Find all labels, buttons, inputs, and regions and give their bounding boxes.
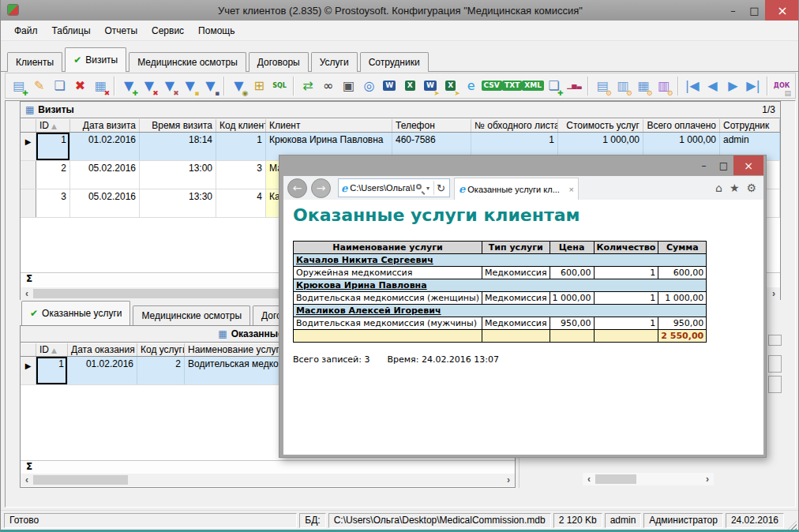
export-word-open-button[interactable]: W➤ — [420, 76, 441, 96]
close-button[interactable]: × — [765, 0, 799, 21]
scroll-thumb[interactable] — [595, 474, 636, 484]
tab-0[interactable]: Клиенты — [7, 52, 62, 72]
row-marker-cell[interactable] — [21, 161, 36, 189]
export-csv-button[interactable]: CSV — [482, 76, 502, 96]
table-cell[interactable]: 05.02.2016 — [70, 161, 140, 189]
row-marker-cell[interactable]: ▶ — [21, 357, 36, 384]
column-header[interactable]: Стоимость услуг — [558, 119, 643, 132]
nav-first-button[interactable]: |◀ — [682, 76, 703, 96]
table-cell[interactable]: 2 — [137, 357, 185, 384]
address-bar[interactable]: e C:\Users\Ольга\Documents\Уч ▾ ↻ — [338, 178, 450, 197]
side-panel-hscrollbar[interactable]: ‹ › — [583, 473, 714, 485]
star-icon[interactable]: ★ — [730, 182, 740, 194]
column-header[interactable]: Всего оплачено — [643, 119, 720, 132]
column-header[interactable] — [21, 343, 36, 356]
export-excel-button[interactable]: X — [400, 76, 420, 96]
dok-report-button[interactable]: ДОК▤ — [771, 76, 792, 96]
table-cell[interactable]: 01.02.2016 — [68, 357, 137, 384]
report-settings-button[interactable]: ▥⚙ — [613, 76, 633, 96]
maximize-button[interactable]: □ — [744, 0, 765, 21]
menu-item-4[interactable]: Помощь — [191, 22, 242, 39]
minimize-button[interactable]: – — [722, 0, 744, 21]
tab-close-icon[interactable]: × — [569, 185, 574, 194]
chevron-down-icon[interactable]: ▾ — [426, 185, 430, 192]
tab-1[interactable]: ✔Визиты — [65, 47, 126, 72]
popup-minimize-button[interactable]: – — [694, 155, 714, 175]
scroll-left-icon[interactable]: ‹ — [583, 474, 595, 485]
column-header[interactable]: Код услуги — [137, 343, 185, 356]
delete-record-button[interactable]: ✖ — [70, 76, 91, 96]
tab-2[interactable]: Медицинские осмотры — [129, 52, 246, 72]
scroll-thumb[interactable] — [33, 475, 128, 485]
scroll-left-icon[interactable]: ‹ — [21, 474, 33, 485]
export-html-button[interactable]: e — [461, 76, 482, 96]
scroll-right-icon[interactable]: › — [701, 474, 714, 485]
filter-open-button[interactable]: ▼▪ — [180, 76, 201, 96]
column-header[interactable]: Клиент — [266, 119, 392, 132]
preview-button[interactable]: ◎ — [359, 76, 380, 96]
table-cell[interactable]: 3 — [216, 161, 266, 189]
column-header[interactable]: ID▲ — [36, 119, 70, 132]
refresh-button[interactable]: ⇄ — [298, 76, 318, 96]
delete-all-records-button[interactable]: ▦✖ — [90, 76, 111, 96]
filter-save-button[interactable]: ▼▪ — [201, 76, 221, 96]
address-text[interactable]: C:\Users\Ольга\Documents\Уч — [350, 183, 415, 193]
copy-record-button[interactable]: ❏ — [50, 76, 70, 96]
scroll-right-icon[interactable]: › — [502, 474, 515, 485]
column-header[interactable]: ID▲ — [36, 343, 68, 356]
print-button[interactable]: ▣ — [339, 76, 359, 96]
export-xml-button[interactable]: XML — [523, 76, 544, 96]
back-icon[interactable]: ← — [287, 178, 307, 198]
add-record-button[interactable]: ▤✚ — [9, 76, 29, 96]
search-icon[interactable] — [416, 184, 422, 189]
column-header[interactable]: Телефон — [392, 119, 471, 132]
table-settings-button[interactable]: ▦⚙ — [633, 76, 654, 96]
table-cell[interactable]: 4 — [216, 189, 266, 217]
services-hscrollbar[interactable]: ‹ › — [21, 474, 515, 486]
menu-item-3[interactable]: Сервис — [144, 22, 191, 39]
table-cell[interactable]: 01.02.2016 — [70, 133, 140, 160]
column-header[interactable]: Сотрудник — [720, 119, 780, 132]
nav-prev-button[interactable]: ◀ — [703, 76, 723, 96]
column-header[interactable]: Дата оказания — [68, 343, 137, 356]
column-header[interactable] — [21, 119, 36, 132]
popup-close-button[interactable]: × — [733, 155, 763, 175]
side-button[interactable] — [768, 376, 782, 393]
row-marker-cell[interactable] — [21, 189, 36, 217]
home-icon[interactable]: ⌂ — [715, 182, 722, 194]
column-header[interactable]: Время визита — [140, 119, 216, 132]
filter-clear-button[interactable]: ▼✖ — [159, 76, 180, 96]
browser-tab[interactable]: e Оказанные услуги кл... × — [454, 178, 579, 200]
search-button[interactable]: ∞ — [318, 76, 339, 96]
side-button[interactable] — [768, 355, 782, 373]
export-all-button[interactable]: ❏✚ — [544, 76, 565, 96]
tab-5[interactable]: Сотрудники — [360, 52, 429, 72]
table-cell[interactable]: 2 — [36, 161, 70, 189]
tree-view-button[interactable]: ⊞ — [249, 76, 269, 96]
table-cell[interactable]: 18:14 — [140, 133, 216, 160]
resize-grip[interactable] — [788, 521, 797, 530]
export-word-button[interactable]: W — [379, 76, 400, 96]
menu-item-2[interactable]: Отчеты — [98, 22, 144, 39]
filter-remove-button[interactable]: ▼✖ — [139, 76, 159, 96]
scroll-left-icon[interactable]: ‹ — [21, 288, 33, 299]
filter-add-button[interactable]: ▼✚ — [118, 76, 139, 96]
nav-next-button[interactable]: ▶ — [722, 76, 743, 96]
side-button[interactable] — [768, 335, 782, 346]
menu-item-1[interactable]: Таблицы — [45, 22, 98, 39]
column-header[interactable]: № обходного листа — [471, 119, 558, 132]
export-txt-button[interactable]: TXT — [502, 76, 523, 96]
subtab-1[interactable]: Медицинские осмотры — [133, 305, 250, 325]
table-cell[interactable]: 13:30 — [140, 189, 216, 217]
scroll-right-icon[interactable]: › — [767, 288, 780, 299]
table-cell[interactable]: 1 — [216, 133, 266, 160]
column-header[interactable]: Дата визита — [70, 119, 140, 132]
view-settings-button[interactable]: ▥⚙ — [654, 76, 674, 96]
menu-item-0[interactable]: Файл — [7, 22, 45, 39]
tab-3[interactable]: Договоры — [249, 52, 309, 72]
popup-maximize-button[interactable]: □ — [714, 155, 733, 175]
record-panel-settings-button[interactable]: ▤⚙ — [592, 76, 613, 96]
forward-icon[interactable]: → — [311, 178, 331, 198]
table-cell[interactable]: 3 — [36, 189, 70, 217]
filter-view-button[interactable]: ▼◉ — [228, 76, 249, 96]
